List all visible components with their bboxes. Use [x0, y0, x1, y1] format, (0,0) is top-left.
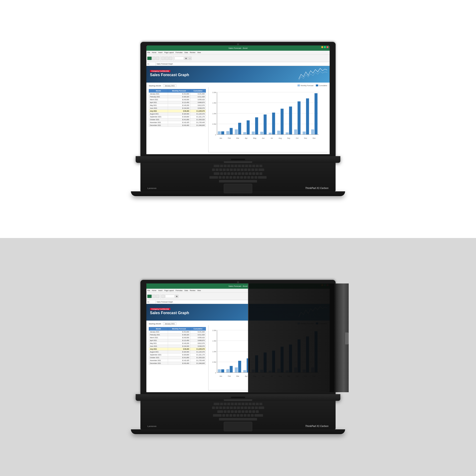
key-f2[interactable] — [224, 165, 227, 168]
close-btn[interactable] — [326, 46, 328, 48]
kb-f12-b[interactable] — [259, 403, 262, 406]
key-space[interactable] — [219, 180, 257, 183]
maximize-btn[interactable] — [324, 46, 326, 48]
key-g[interactable] — [233, 176, 236, 179]
key-o[interactable] — [249, 172, 252, 175]
ribbon-icon-1[interactable] — [147, 57, 152, 60]
key-1[interactable] — [216, 169, 219, 171]
menu-home[interactable]: Home — [152, 52, 156, 53]
key-enter[interactable] — [258, 176, 267, 179]
key-f7[interactable] — [241, 165, 244, 168]
kb-f1-b[interactable] — [220, 403, 223, 406]
key-f1[interactable] — [220, 165, 223, 168]
key-6[interactable] — [234, 169, 236, 171]
kb-2-b[interactable] — [219, 407, 222, 409]
key-r[interactable] — [231, 172, 234, 175]
menu-page-layout-b[interactable]: Page Layout — [164, 290, 173, 291]
kb-j-b[interactable] — [244, 414, 247, 417]
key-j[interactable] — [240, 176, 243, 179]
key-bracket-r[interactable] — [259, 172, 262, 175]
key-f[interactable] — [229, 176, 232, 179]
ribbon-btn-b3[interactable] — [161, 295, 165, 298]
kb-w-b[interactable] — [227, 410, 230, 413]
kb-8-b[interactable] — [241, 407, 243, 409]
key-e[interactable] — [227, 172, 230, 175]
ribbon-btn-1[interactable] — [152, 57, 155, 60]
kb-f8-b[interactable] — [245, 403, 248, 406]
ribbon-btn-4[interactable] — [165, 57, 169, 60]
ribbon-font-b[interactable] — [165, 295, 175, 298]
kb-f11-b[interactable] — [256, 403, 259, 406]
key-q[interactable] — [220, 172, 223, 175]
kb-enter-b[interactable] — [255, 414, 263, 417]
ribbon-btn-b1[interactable] — [152, 295, 155, 298]
kb-f5-b[interactable] — [235, 403, 237, 406]
kb-r-b[interactable] — [235, 410, 237, 413]
kb-3-b[interactable] — [223, 407, 226, 409]
key-backspace[interactable] — [258, 169, 264, 171]
kb-h-b[interactable] — [240, 414, 243, 417]
kb-k-b[interactable] — [247, 414, 250, 417]
key-4[interactable] — [226, 169, 229, 171]
trackpad-top[interactable] — [224, 184, 252, 193]
menu-insert[interactable]: Insert — [158, 52, 163, 53]
key-tab[interactable] — [214, 172, 220, 175]
menu-home-b[interactable]: Home — [152, 290, 156, 291]
menu-view[interactable]: View — [197, 52, 201, 53]
kb-7-b[interactable] — [237, 407, 240, 409]
key-i[interactable] — [245, 172, 248, 175]
kb-y-b[interactable] — [241, 410, 244, 413]
kb-tilde-b[interactable] — [212, 407, 215, 409]
key-minus[interactable] — [251, 169, 254, 171]
kb-d-b[interactable] — [229, 414, 232, 417]
kb-f10-b[interactable] — [252, 403, 255, 406]
menu-data[interactable]: Data — [185, 52, 188, 53]
key-9[interactable] — [244, 169, 247, 171]
key-y[interactable] — [238, 172, 241, 175]
kb-f-b[interactable] — [233, 414, 236, 417]
key-d[interactable] — [226, 176, 229, 179]
key-f3[interactable] — [227, 165, 230, 168]
key-f9[interactable] — [249, 165, 252, 168]
kb-esc-b[interactable] — [214, 403, 220, 406]
key-5[interactable] — [230, 169, 233, 171]
key-w[interactable] — [224, 172, 227, 175]
kb-i-b[interactable] — [249, 410, 252, 413]
key-bracket-l[interactable] — [256, 172, 259, 175]
kb-6-b[interactable] — [234, 407, 236, 409]
key-3[interactable] — [223, 169, 226, 171]
key-semicolon[interactable] — [251, 176, 254, 179]
kb-f4-b[interactable] — [231, 403, 234, 406]
menu-data-b[interactable]: Data — [185, 290, 188, 291]
kb-q-b[interactable] — [224, 410, 227, 413]
kb-minus-b[interactable] — [251, 407, 254, 409]
menu-review-b[interactable]: Review — [190, 290, 195, 291]
ribbon-bold[interactable]: B — [185, 57, 188, 60]
ribbon-icon-b[interactable] — [147, 295, 152, 298]
menu-file-b[interactable]: File — [147, 290, 150, 291]
kb-e-b[interactable] — [231, 410, 234, 413]
key-7[interactable] — [237, 169, 240, 171]
kb-t-b[interactable] — [238, 410, 241, 413]
kb-a-b[interactable] — [222, 414, 225, 417]
key-f10[interactable] — [252, 165, 255, 168]
key-equal[interactable] — [255, 169, 258, 171]
menu-view-b[interactable]: View — [197, 290, 201, 291]
ribbon-btn-5[interactable] — [169, 57, 172, 60]
kb-1-b[interactable] — [216, 407, 219, 409]
ribbon-italic[interactable]: I — [188, 57, 192, 60]
starting-month-value[interactable]: January 2021 — [163, 85, 176, 87]
kb-backspace-b[interactable] — [258, 407, 264, 409]
kb-s-b[interactable] — [226, 414, 229, 417]
menu-page-layout[interactable]: Page Layout — [164, 52, 173, 53]
key-8[interactable] — [241, 169, 243, 171]
kb-o-b[interactable] — [252, 410, 255, 413]
key-esc[interactable] — [214, 165, 220, 168]
kb-5-b[interactable] — [230, 407, 233, 409]
key-h[interactable] — [237, 176, 239, 179]
key-a[interactable] — [219, 176, 221, 179]
key-f5[interactable] — [235, 165, 237, 168]
key-f6[interactable] — [238, 165, 241, 168]
key-f4[interactable] — [231, 165, 234, 168]
key-f11[interactable] — [256, 165, 259, 168]
